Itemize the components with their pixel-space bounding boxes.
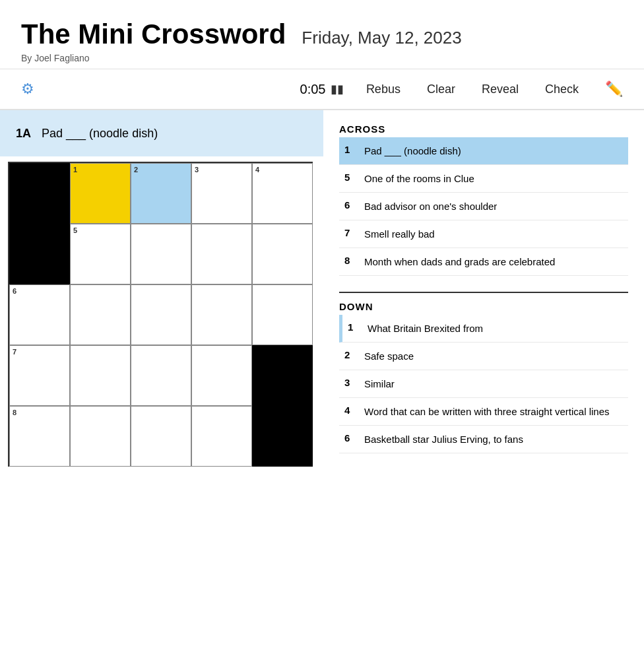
clue-number: 7 (344, 227, 356, 238)
grid-cell-r2c3[interactable] (191, 284, 252, 345)
grid-cell-r0c1[interactable]: 1 (70, 163, 131, 224)
left-panel: 1A Pad ___ (noodle dish) 12345678 (0, 110, 323, 475)
cell-number-3: 3 (195, 166, 199, 174)
across-clue-8[interactable]: 8Month when dads and grads are celebrate… (339, 248, 628, 276)
header: The Mini Crossword Friday, May 12, 2023 … (0, 0, 644, 69)
clue-text: One of the rooms in Clue (364, 172, 623, 185)
down-clue-1[interactable]: 1What Britain Brexited from (339, 315, 628, 343)
grid-cell-r3c2[interactable] (131, 345, 191, 406)
current-clue-text: Pad ___ (noodle dish) (42, 127, 158, 141)
cell-number-7: 7 (13, 348, 16, 356)
header-byline: By Joel Fagliano (21, 53, 623, 63)
clue-number: 3 (344, 377, 356, 388)
clue-text: Safe space (364, 349, 623, 363)
grid-cell-r1c2[interactable] (131, 224, 191, 284)
clue-number: 8 (344, 255, 356, 266)
down-clue-3[interactable]: 3Similar (339, 370, 628, 398)
cell-number-8: 8 (13, 409, 16, 416)
across-clue-5[interactable]: 5One of the rooms in Clue (339, 165, 628, 193)
grid-cell-r0c2[interactable]: 2 (131, 163, 191, 224)
cell-number-2: 2 (134, 166, 138, 174)
clue-number: 4 (344, 405, 356, 416)
main-content: 1A Pad ___ (noodle dish) 12345678 ACROSS… (0, 110, 644, 482)
grid-cell-r2c0[interactable]: 6 (9, 284, 70, 345)
down-clue-4[interactable]: 4Word that can be written with three str… (339, 398, 628, 426)
toolbar: ⚙ 0:05 ▮▮ Rebus Clear Reveal Check ✏️ (0, 69, 644, 110)
grid-cell-r2c4[interactable] (252, 284, 313, 345)
grid-cell-r1c1[interactable]: 5 (70, 224, 131, 284)
clue-text: Bad advisor on one's shoulder (364, 199, 623, 213)
across-section-title: ACROSS (339, 123, 628, 137)
grid-cell-r4c2[interactable] (131, 406, 191, 467)
grid-cell-r0c3[interactable]: 3 (191, 163, 252, 224)
grid-cell-r0c0 (9, 163, 70, 224)
down-clue-2[interactable]: 2Safe space (339, 343, 628, 370)
clue-number: 2 (344, 349, 356, 360)
clear-button[interactable]: Clear (427, 82, 455, 96)
gear-icon[interactable]: ⚙ (21, 81, 34, 98)
check-button[interactable]: Check (545, 82, 579, 96)
grid-cell-r3c4 (252, 345, 313, 406)
current-clue-number: 1A (16, 127, 31, 141)
grid-cell-r1c4[interactable] (252, 224, 313, 284)
grid-cell-r2c2[interactable] (131, 284, 191, 345)
pause-icon[interactable]: ▮▮ (331, 82, 344, 96)
grid-cell-r4c4 (252, 406, 313, 467)
across-clue-1[interactable]: 1Pad ___ (noodle dish) (339, 137, 628, 165)
grid-cell-r1c0 (9, 224, 70, 284)
right-panel: ACROSS 1Pad ___ (noodle dish)5One of the… (323, 110, 644, 482)
clue-number: 1 (344, 144, 356, 155)
reveal-button[interactable]: Reveal (482, 82, 519, 96)
grid-cell-r4c0[interactable]: 8 (9, 406, 70, 467)
across-clue-list: 1Pad ___ (noodle dish)5One of the rooms … (339, 137, 628, 276)
cell-number-5: 5 (73, 226, 77, 234)
grid-cell-r3c3[interactable] (191, 345, 252, 406)
clue-text: Smell really bad (364, 227, 623, 241)
clue-text: Month when dads and grads are celebrated (364, 255, 623, 269)
clue-text: Basketball star Julius Erving, to fans (364, 432, 623, 446)
grid-cell-r4c3[interactable] (191, 406, 252, 467)
cell-number-6: 6 (13, 287, 16, 295)
section-divider (339, 292, 628, 293)
clue-text: Pad ___ (noodle dish) (364, 144, 623, 158)
current-clue-banner: 1A Pad ___ (noodle dish) (0, 110, 323, 156)
pencil-icon[interactable]: ✏️ (605, 81, 623, 98)
clue-number: 5 (344, 172, 356, 183)
clue-text: What Britain Brexited from (368, 321, 623, 335)
clue-number: 6 (344, 432, 356, 444)
grid-cell-r1c3[interactable] (191, 224, 252, 284)
grid-cell-r2c1[interactable] (70, 284, 131, 345)
cell-number-4: 4 (255, 166, 259, 174)
timer-text: 0:05 (300, 82, 326, 97)
grid-cell-r0c4[interactable]: 4 (252, 163, 313, 224)
grid-cell-r3c1[interactable] (70, 345, 131, 406)
rebus-button[interactable]: Rebus (366, 82, 401, 96)
across-clue-6[interactable]: 6Bad advisor on one's shoulder (339, 193, 628, 220)
down-clue-list: 1What Britain Brexited from2Safe space3S… (339, 315, 628, 453)
clue-number: 6 (344, 199, 356, 211)
clue-number: 1 (348, 321, 360, 333)
grid-cell-r3c0[interactable]: 7 (9, 345, 70, 406)
grid-cell-r4c1[interactable] (70, 406, 131, 467)
down-section-title: DOWN (339, 301, 628, 315)
cell-number-1: 1 (73, 166, 77, 174)
page-title: The Mini Crossword (21, 18, 286, 50)
across-clue-7[interactable]: 7Smell really bad (339, 220, 628, 248)
clue-text: Word that can be written with three stra… (364, 405, 623, 418)
grid-container: 12345678 (0, 156, 323, 475)
header-date: Friday, May 12, 2023 (302, 28, 461, 48)
timer-display: 0:05 ▮▮ (300, 82, 344, 97)
header-title-row: The Mini Crossword Friday, May 12, 2023 (21, 18, 623, 50)
toolbar-actions: Rebus Clear Reveal Check ✏️ (366, 81, 623, 98)
crossword-grid[interactable]: 12345678 (8, 162, 313, 467)
clue-text: Similar (364, 377, 623, 391)
down-clue-6[interactable]: 6Basketball star Julius Erving, to fans (339, 426, 628, 453)
